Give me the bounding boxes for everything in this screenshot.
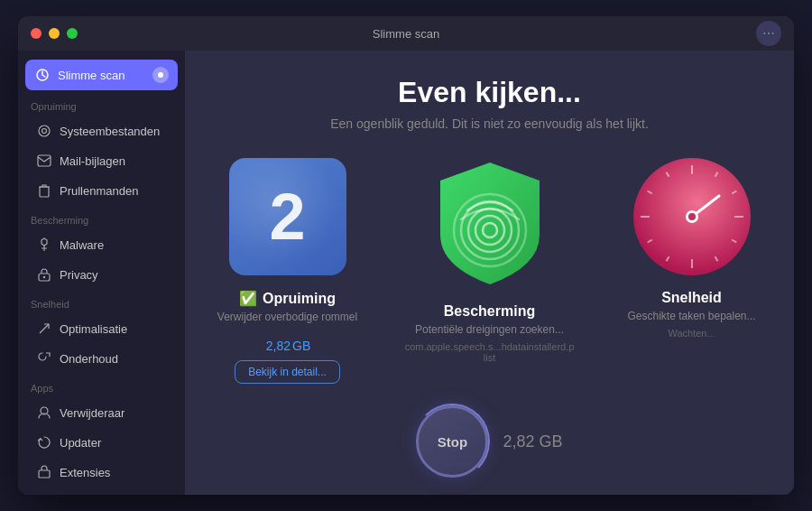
svg-point-3 [42, 129, 47, 134]
stop-label: Stop [438, 434, 467, 450]
sidebar-label-mail: Mail-bijlagen [60, 154, 125, 168]
opruiming-detail-button[interactable]: Bekijk in detail... [235, 360, 340, 384]
svg-point-1 [158, 72, 163, 78]
opruiming-status: ✅ Opruiming [239, 290, 336, 307]
sidebar-item-prullenmanden[interactable]: Prullenmanden [23, 176, 180, 205]
opruiming-size: 2,82GB [264, 329, 310, 357]
cleanup-icon: 2 [229, 158, 346, 275]
card-opruiming: 2 ✅ Opruiming Verwijder overbodige romme… [198, 158, 378, 384]
sidebar-active-label: Slimme scan [58, 69, 145, 82]
titlebar: Slimme scan ⋯ [18, 16, 794, 51]
bottom-size-label: 2,82 GB [503, 432, 562, 451]
sidebar-label-prullenmanden: Prullenmanden [60, 184, 138, 198]
card-bescherming: Bescherming Potentiële dreigingen zoeken… [400, 158, 580, 370]
snelheid-detail: Wachten... [668, 328, 715, 339]
svg-rect-10 [39, 470, 50, 478]
sidebar-label-privacy: Privacy [60, 268, 98, 282]
update-icon [36, 434, 52, 451]
sidebar-item-optimalisatie[interactable]: Optimalisatie [23, 314, 180, 343]
close-button[interactable] [31, 28, 42, 39]
sidebar-item-slimme-scan[interactable]: Slimme scan [25, 60, 178, 90]
section-opruiming: Opruiming [18, 92, 185, 116]
section-apps: Apps [18, 374, 185, 397]
titlebar-right: ⋯ [756, 21, 781, 46]
sidebar-item-mail[interactable]: Mail-bijlagen [23, 146, 180, 175]
cards-row: 2 ✅ Opruiming Verwijder overbodige romme… [198, 158, 782, 384]
size-unit: GB [292, 339, 310, 353]
uninstall-icon [36, 404, 52, 421]
snelheid-name: Snelheid [661, 290, 722, 306]
section-snelheid: Snelheid [18, 290, 185, 313]
protection-icon [431, 158, 549, 289]
traffic-lights [31, 28, 78, 39]
sidebar-label-systeembestanden: Systeembestanden [60, 125, 160, 138]
disk-number: 2 [269, 184, 305, 249]
svg-line-8 [40, 324, 49, 333]
sidebar-item-systeembestanden[interactable]: Systeembestanden [23, 116, 180, 145]
sidebar-badge [152, 67, 169, 83]
privacy-icon [36, 266, 52, 283]
sidebar-item-verwijderaar[interactable]: Verwijderaar [23, 398, 180, 427]
malware-icon [36, 237, 52, 253]
sidebar-label-updater: Updater [60, 436, 101, 450]
window-title: Slimme scan [373, 27, 439, 41]
extensions-icon [36, 464, 52, 480]
more-options-button[interactable]: ⋯ [756, 21, 781, 46]
sidebar-item-privacy[interactable]: Privacy [23, 260, 180, 289]
svg-rect-4 [38, 155, 51, 166]
sidebar-item-updater[interactable]: Updater [23, 428, 180, 457]
sidebar-item-extensies[interactable]: Extensies [23, 458, 180, 487]
sidebar-label-optimalisatie: Optimalisatie [60, 322, 127, 336]
svg-point-2 [39, 125, 50, 136]
sidebar-label-extensies: Extensies [60, 466, 110, 479]
snelheid-desc: Geschikte taken bepalen... [627, 310, 755, 322]
card-snelheid: Snelheid Geschikte taken bepalen... Wach… [602, 158, 782, 346]
sidebar: Slimme scan Opruiming Systeembestanden [18, 51, 185, 495]
bescherming-status: Bescherming [444, 303, 535, 320]
opruiming-name: Opruiming [263, 291, 336, 307]
main-content: Even kijken... Een ogenblik geduld. Dit … [185, 51, 794, 495]
minimize-button[interactable] [49, 28, 60, 39]
sidebar-item-onderhoud[interactable]: Onderhoud [23, 344, 180, 373]
svg-rect-5 [40, 187, 49, 197]
bottom-bar: Stop 2,82 GB [416, 405, 562, 478]
trash-icon [36, 182, 52, 199]
sidebar-label-malware: Malware [60, 238, 104, 252]
opruiming-desc: Verwijder overbodige rommel [217, 311, 357, 323]
bescherming-detail: com.apple.speech.s...hdatainstallerd.pli… [404, 341, 576, 363]
page-title: Even kijken... [398, 76, 581, 109]
mail-icon [36, 153, 52, 169]
bescherming-desc: Potentiële dreigingen zoeken... [415, 323, 564, 336]
maximize-button[interactable] [67, 28, 78, 39]
section-bestanden: Bestanden [18, 488, 185, 495]
optimize-icon [36, 321, 52, 337]
maintenance-icon [36, 350, 52, 367]
bescherming-name: Bescherming [444, 303, 535, 320]
svg-point-35 [688, 213, 696, 220]
sidebar-item-malware[interactable]: Malware [23, 230, 180, 259]
stop-button[interactable]: Stop [416, 405, 488, 478]
content-area: Slimme scan Opruiming Systeembestanden [18, 51, 794, 495]
system-icon [36, 123, 52, 139]
checkmark-icon: ✅ [239, 290, 257, 307]
snelheid-status: Snelheid [661, 290, 722, 306]
app-window: Slimme scan ⋯ Slimme scan [18, 16, 794, 495]
sidebar-label-verwijderaar: Verwijderaar [60, 406, 125, 420]
speed-icon [633, 158, 751, 275]
page-subtitle: Een ogenblik geduld. Dit is niet zo eenv… [330, 116, 649, 131]
scan-icon [34, 67, 51, 83]
svg-point-7 [43, 276, 45, 278]
sidebar-label-onderhoud: Onderhoud [60, 352, 118, 366]
section-bescherming: Bescherming [18, 206, 185, 229]
